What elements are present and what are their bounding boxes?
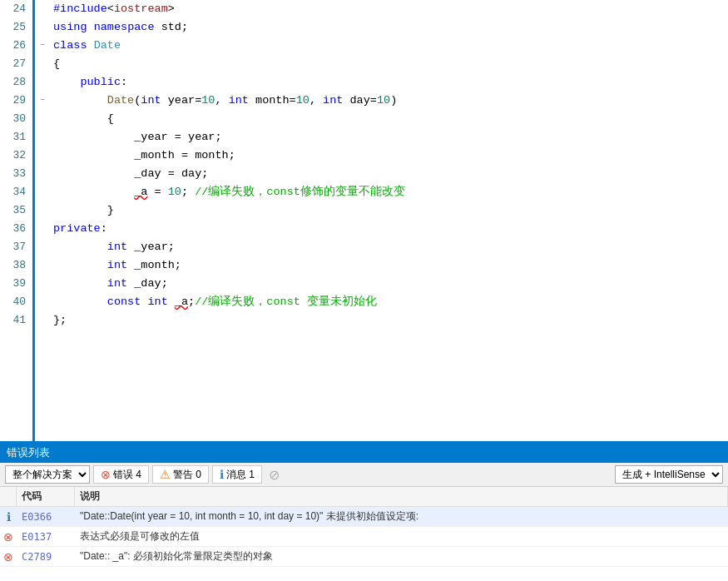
line-num-35: 35 [3,201,26,220]
code-editor: 24 25 26 27 28 29 30 31 32 33 34 35 36 3… [0,0,728,441]
fold-34 [35,183,50,201]
code-line-26: class Date [53,37,728,55]
fold-indicators: − − [35,0,50,441]
code-line-37: int _year; [53,238,728,256]
code-line-24: #include<iostream> [53,0,728,18]
include-lib: iostream [114,0,168,18]
error-row-2[interactable]: ⊗ C2789 "Date:: _a": 必须初始化常量限定类型的对象 [0,547,728,567]
scope-dropdown[interactable]: 整个解决方案 [5,465,90,484]
code-line-32: _month = month; [53,146,728,165]
warning-icon: ⚠ [160,468,171,481]
fold-28 [35,73,50,92]
fold-26[interactable]: − [35,37,50,55]
code-line-27: { [53,55,728,73]
error-table-header: 代码 说明 [0,487,728,507]
line-num-37: 37 [3,238,26,256]
line-num-40: 40 [3,293,26,311]
fold-40 [35,293,50,311]
error-row-1-icon: ⊗ [0,528,17,546]
code-line-31: _year = year; [53,128,728,146]
line-num-36: 36 [3,220,26,238]
code-line-34: _a = 10; //编译失败，const修饰的变量不能改变 [53,183,728,201]
col-header-desc: 说明 [75,487,728,506]
line-num-32: 32 [3,146,26,165]
fold-25 [35,18,50,37]
info-count-badge[interactable]: ℹ 消息 1 [212,465,262,484]
code-line-33: _day = day; [53,165,728,183]
info-count-label: 消息 1 [226,468,255,482]
error-count-badge[interactable]: ⊗ 错误 4 [93,465,149,484]
build-dropdown[interactable]: 生成 + IntelliSense [615,465,723,484]
error-row-0[interactable]: ℹ E0366 "Date::Date(int year = 10, int m… [0,507,728,527]
error-toolbar: 整个解决方案 ⊗ 错误 4 ⚠ 警告 0 ℹ 消息 1 ⊘ 生成 + Intel… [0,463,728,487]
error-row-0-icon: ℹ [0,508,17,526]
code-line-30: { [53,110,728,128]
error-row-1-desc: 表达式必须是可修改的左值 [75,527,728,546]
error-panel: 错误列表 整个解决方案 ⊗ 错误 4 ⚠ 警告 0 ℹ 消息 1 ⊘ 生成 + … [0,441,728,581]
line-num-34: 34 [3,183,26,201]
fold-31 [35,128,50,146]
col-header-code: 代码 [17,487,75,506]
error-row-2-code: C2789 [17,549,75,565]
error-circle-icon-2: ⊗ [3,550,13,564]
error-icon: ⊗ [101,468,111,481]
code-area: 24 25 26 27 28 29 30 31 32 33 34 35 36 3… [0,0,728,441]
code-line-40: const int _a;//编译失败，const 变量未初始化 [53,293,728,311]
line-num-25: 25 [3,18,26,37]
line-num-31: 31 [3,128,26,146]
fold-36 [35,220,50,238]
error-panel-title: 错误列表 [7,446,50,459]
error-row-0-code: E0366 [17,509,75,525]
fold-32 [35,146,50,165]
line-num-29: 29 [3,92,26,110]
info-icon: ℹ [220,468,224,481]
fold-27 [35,55,50,73]
line-num-24: 24 [3,0,26,18]
error-circle-icon-1: ⊗ [3,530,13,544]
line-num-41: 41 [3,311,26,330]
error-panel-header: 错误列表 [0,443,728,463]
code-line-28: public: [53,73,728,92]
fold-39 [35,275,50,293]
fold-38 [35,256,50,275]
fold-24 [35,0,50,18]
line-num-27: 27 [3,55,26,73]
code-line-35: } [53,201,728,220]
warning-count-badge[interactable]: ⚠ 警告 0 [152,465,209,484]
line-num-38: 38 [3,256,26,275]
line-num-28: 28 [3,73,26,92]
fold-33 [35,165,50,183]
fold-30 [35,110,50,128]
error-row-2-desc: "Date:: _a": 必须初始化常量限定类型的对象 [75,547,728,566]
error-row-0-desc: "Date::Date(int year = 10, int month = 1… [75,507,728,526]
error-row-1-code: E0137 [17,529,75,545]
line-num-33: 33 [3,165,26,183]
toolbar-sep: ⊘ [269,467,280,483]
line-num-30: 30 [3,110,26,128]
warning-count-label: 警告 0 [173,468,201,482]
col-header-icon [0,487,17,506]
code-line-41: }; [53,311,728,330]
fold-29[interactable]: − [35,92,50,110]
code-line-36: private: [53,220,728,238]
error-count-label: 错误 4 [113,468,141,482]
keyword-include: #include [53,0,107,18]
fold-35 [35,201,50,220]
error-row-2-icon: ⊗ [0,548,17,566]
line-numbers: 24 25 26 27 28 29 30 31 32 33 34 35 36 3… [0,0,35,441]
fold-41 [35,311,50,330]
error-table: 代码 说明 ℹ E0366 "Date::Date(int year = 10,… [0,487,728,581]
code-lines: #include<iostream> using namespace std; … [50,0,728,441]
fold-37 [35,238,50,256]
code-line-25: using namespace std; [53,18,728,37]
code-line-29: Date(int year=10, int month=10, int day=… [53,92,728,110]
error-row-1[interactable]: ⊗ E0137 表达式必须是可修改的左值 [0,527,728,547]
info-circle-icon: ℹ [7,510,11,524]
code-line-38: int _month; [53,256,728,275]
line-num-26: 26 [3,37,26,55]
code-line-39: int _day; [53,275,728,293]
line-num-39: 39 [3,275,26,293]
